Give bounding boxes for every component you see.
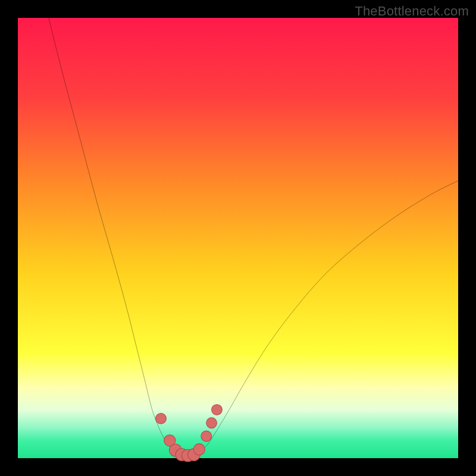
series-left-curve	[49, 18, 178, 454]
curve-layer	[18, 18, 458, 458]
marker-8	[206, 418, 217, 428]
watermark-text: TheBottleneck.com	[355, 4, 469, 19]
marker-6	[193, 444, 205, 455]
marker-7	[201, 431, 212, 441]
marker-0	[156, 414, 167, 424]
marker-9	[212, 405, 223, 415]
series-right-curve	[198, 181, 458, 454]
chart-frame: TheBottleneck.com	[0, 0, 476, 476]
